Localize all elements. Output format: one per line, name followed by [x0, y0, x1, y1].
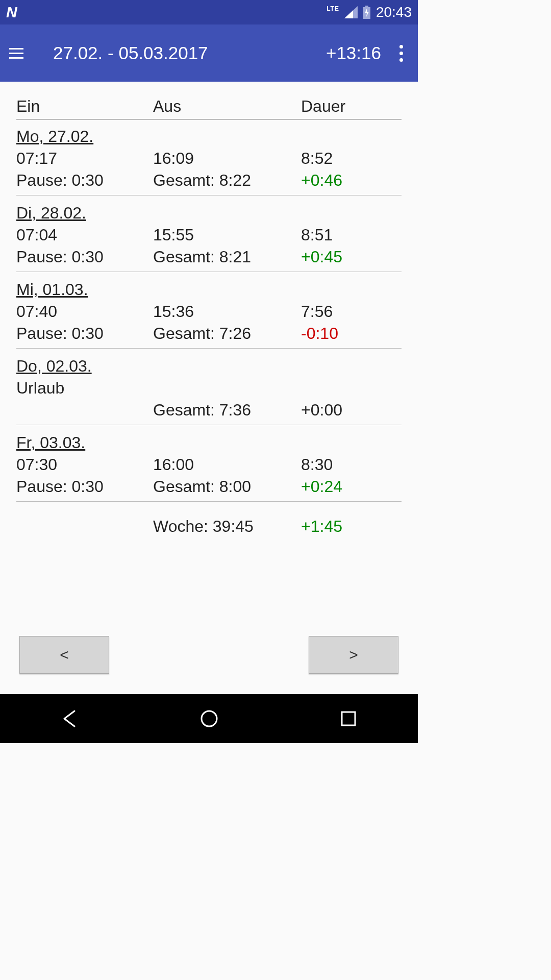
dauer-value: 8:51: [301, 226, 402, 244]
date-link[interactable]: Do, 02.03.: [16, 357, 92, 375]
date-link[interactable]: Mi, 01.03.: [16, 280, 88, 299]
content: Ein Aus Dauer Mo, 27.02.07:1716:098:52Pa…: [0, 82, 418, 694]
aus-value: 16:00: [153, 455, 301, 474]
table-row[interactable]: Mi, 01.03.07:4015:367:56Pause: 0:30Gesam…: [16, 280, 402, 349]
diff-value: +0:46: [301, 171, 402, 190]
aus-value: 15:36: [153, 302, 301, 321]
table-row[interactable]: Fr, 03.03.07:3016:008:30Pause: 0:30Gesam…: [16, 433, 402, 502]
status-bar: N LTE 20:43: [0, 0, 418, 24]
menu-icon[interactable]: [9, 43, 30, 63]
prev-button[interactable]: <: [19, 636, 109, 674]
date-link[interactable]: Di, 28.02.: [16, 204, 86, 222]
header-aus: Aus: [153, 97, 301, 116]
week-summary: Woche: 39:45 +1:45: [16, 517, 402, 536]
svg-point-5: [202, 711, 217, 726]
signal-icon: [344, 6, 358, 18]
gesamt-value: Gesamt: 7:26: [153, 324, 301, 343]
recent-icon[interactable]: [337, 707, 360, 730]
diff-value: +0:24: [301, 477, 402, 496]
entry-note: Urlaub: [16, 379, 153, 398]
android-nav-bar: [0, 694, 418, 743]
header-divider: [16, 119, 402, 120]
ein-value: 07:04: [16, 226, 153, 244]
table-row[interactable]: Mo, 27.02.07:1716:098:52Pause: 0:30Gesam…: [16, 127, 402, 195]
balance-value: +13:16: [326, 43, 381, 63]
svg-marker-1: [344, 10, 353, 18]
svg-rect-2: [365, 6, 368, 7]
svg-rect-6: [342, 712, 355, 725]
status-clock: 20:43: [376, 4, 412, 20]
diff-value: +0:00: [301, 401, 402, 420]
battery-icon: [363, 6, 371, 19]
gesamt-value: Gesamt: 7:36: [153, 401, 301, 420]
pause-value: Pause: 0:30: [16, 324, 153, 343]
dauer-value: 8:52: [301, 149, 402, 168]
next-button[interactable]: >: [309, 636, 398, 674]
network-label: LTE: [327, 5, 339, 12]
pause-value: [16, 401, 153, 420]
header-dauer: Dauer: [301, 97, 402, 116]
table-row[interactable]: Di, 28.02.07:0415:558:51Pause: 0:30Gesam…: [16, 204, 402, 272]
week-total: Woche: 39:45: [153, 517, 301, 536]
ein-value: 07:30: [16, 455, 153, 474]
header-ein: Ein: [16, 97, 153, 116]
n-logo-icon: N: [6, 4, 16, 20]
nav-buttons: < >: [16, 636, 402, 694]
gesamt-value: Gesamt: 8:00: [153, 477, 301, 496]
ein-value: 07:40: [16, 302, 153, 321]
home-icon[interactable]: [197, 707, 221, 730]
diff-value: -0:10: [301, 324, 402, 343]
gesamt-value: Gesamt: 8:22: [153, 171, 301, 190]
aus-value: 16:09: [153, 149, 301, 168]
page-title: 27.02. - 05.03.2017: [53, 43, 326, 63]
week-diff: +1:45: [301, 517, 402, 536]
table-headers: Ein Aus Dauer: [16, 97, 402, 119]
ein-value: 07:17: [16, 149, 153, 168]
status-logo: N: [6, 4, 16, 21]
dauer-value: 8:30: [301, 455, 402, 474]
pause-value: Pause: 0:30: [16, 171, 153, 190]
gesamt-value: Gesamt: 8:21: [153, 248, 301, 266]
diff-value: +0:45: [301, 248, 402, 266]
back-icon[interactable]: [58, 707, 82, 730]
date-link[interactable]: Fr, 03.03.: [16, 433, 85, 452]
pause-value: Pause: 0:30: [16, 477, 153, 496]
app-bar: 27.02. - 05.03.2017 +13:16: [0, 24, 418, 82]
date-link[interactable]: Mo, 27.02.: [16, 127, 93, 145]
dauer-value: 7:56: [301, 302, 402, 321]
aus-value: 15:55: [153, 226, 301, 244]
overflow-icon[interactable]: [393, 45, 409, 62]
table-row[interactable]: Do, 02.03.UrlaubGesamt: 7:36+0:00: [16, 357, 402, 425]
pause-value: Pause: 0:30: [16, 248, 153, 266]
